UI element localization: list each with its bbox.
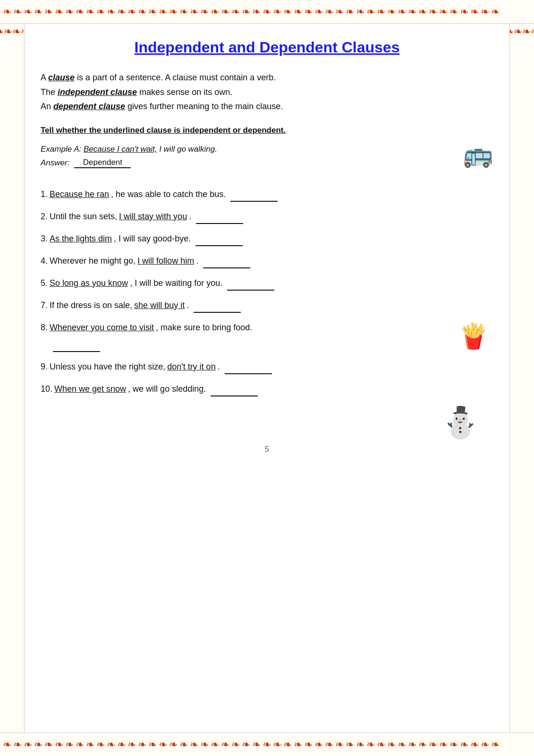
instruction-text: Tell whether the underlined clause is in… (41, 126, 493, 135)
q5-number: 5. (41, 277, 48, 290)
q5-rest: , I will be waiting for you. (130, 277, 222, 290)
q9-pre: Unless you have the right size, (50, 361, 165, 373)
q2-pre: Until the sun sets, (50, 210, 117, 223)
questions-section: 1. Because he ran, he was able to catch … (41, 188, 493, 440)
question-4: 4. Wherever he might go, I will follow h… (41, 255, 493, 268)
q7-underlined: she will buy it (134, 299, 185, 312)
q8-rest: , make sure to bring food. (156, 321, 252, 334)
left-border: ❧❧❧❧❧❧❧❧❧❧❧❧❧❧❧❧❧❧❧❧❧❧❧❧❧❧❧❧❧❧❧❧❧❧❧❧❧❧❧❧… (0, 24, 25, 732)
example-answer-value: Dependent (74, 158, 131, 168)
page-title: Independent and Dependent Clauses (41, 39, 493, 56)
q7-rest: . (186, 299, 189, 312)
left-border-decoration: ❧❧❧❧❧❧❧❧❧❧❧❧❧❧❧❧❧❧❧❧❧❧❧❧❧❧❧❧❧❧❧❧❧❧❧❧❧❧❧❧… (0, 26, 25, 38)
q3-blank[interactable] (195, 232, 243, 246)
q5-blank[interactable] (227, 277, 274, 291)
question-8-container: 8. Whenever you come to visit, make sure… (41, 321, 493, 352)
question-3: 3. As the lights dim, I will say good-by… (41, 232, 493, 246)
q4-rest: . (196, 255, 198, 267)
q10-number: 10. (41, 383, 52, 395)
dependent-clause-word: dependent clause (53, 102, 125, 111)
q8-number: 8. (41, 321, 48, 334)
q1-blank[interactable] (230, 188, 278, 202)
right-border-decoration: ❧❧❧❧❧❧❧❧❧❧❧❧❧❧❧❧❧❧❧❧❧❧❧❧❧❧❧❧❧❧❧❧❧❧❧❧❧❧❧❧… (509, 26, 534, 38)
q9-underlined: don't try it on (167, 361, 216, 373)
example-answer-label: Answer: (41, 158, 69, 168)
clause-word: clause (48, 73, 75, 82)
example-label: Example A: (41, 145, 84, 154)
page-number: 5 (41, 445, 493, 454)
bus-icon: 🚌 (463, 140, 493, 169)
intro-line2-post: makes sense on its own. (137, 87, 232, 97)
q10-rest: , we will go sledding. (128, 383, 206, 395)
q4-pre: Wherever he might go, (50, 255, 136, 267)
q2-underlined: I will stay with you (119, 210, 187, 223)
question-7: 7. If the dress is on sale, she will buy… (41, 299, 493, 313)
q4-blank[interactable] (203, 255, 250, 268)
q7-blank[interactable] (194, 299, 241, 313)
q3-number: 3. (41, 232, 48, 245)
intro-line2-pre: The (41, 87, 58, 97)
page: ❧❧❧❧❧❧❧❧❧❧❧❧❧❧❧❧❧❧❧❧❧❧❧❧❧❧❧❧❧❧❧❧❧❧❧❧❧❧❧❧… (0, 0, 534, 756)
bottom-border: ❧❧❧❧❧❧❧❧❧❧❧❧❧❧❧❧❧❧❧❧❧❧❧❧❧❧❧❧❧❧❧❧❧❧❧❧❧❧❧❧… (0, 732, 534, 756)
intro-line3-pre: An (41, 102, 53, 111)
q2-rest: . (189, 210, 191, 223)
q9-number: 9. (41, 361, 48, 373)
q7-number: 7. (41, 299, 48, 312)
food-icon: 🍟 (458, 318, 489, 354)
example-section: Example A: Because I can't wait, I will … (41, 145, 493, 178)
q3-underlined: As the lights dim (50, 232, 112, 245)
top-border-decoration: ❧❧❧❧❧❧❧❧❧❧❧❧❧❧❧❧❧❧❧❧❧❧❧❧❧❧❧❧❧❧❧❧❧❧❧❧❧❧❧❧… (2, 6, 500, 18)
question-9: 9. Unless you have the right size, don't… (41, 361, 493, 374)
independent-clause-word: independent clause (58, 87, 137, 97)
q3-rest: , I will say good-bye. (114, 232, 191, 245)
q10-underlined: When we get snow (54, 383, 126, 395)
intro-line1-pre: A (41, 73, 48, 82)
intro-line1-post: is a part of a sentence. A clause must c… (75, 73, 276, 82)
question-8: 8. Whenever you come to visit, make sure… (41, 321, 493, 334)
bottom-border-decoration: ❧❧❧❧❧❧❧❧❧❧❧❧❧❧❧❧❧❧❧❧❧❧❧❧❧❧❧❧❧❧❧❧❧❧❧❧❧❧❧❧… (2, 739, 500, 751)
q2-blank[interactable] (196, 210, 243, 224)
q1-number: 1. (41, 188, 48, 201)
snowman-icon: ⛄ (441, 405, 479, 439)
q1-underlined: Because he ran (50, 188, 109, 201)
q5-underlined: So long as you know (50, 277, 128, 290)
question-5: 5. So long as you know, I will be waitin… (41, 277, 493, 291)
intro-paragraph: A clause is a part of a sentence. A clau… (41, 70, 493, 114)
question-1: 1. Because he ran, he was able to catch … (41, 188, 493, 202)
main-content: Independent and Dependent Clauses A clau… (26, 25, 508, 731)
q4-underlined: I will follow him (137, 255, 194, 267)
top-border: ❧❧❧❧❧❧❧❧❧❧❧❧❧❧❧❧❧❧❧❧❧❧❧❧❧❧❧❧❧❧❧❧❧❧❧❧❧❧❧❧… (0, 0, 534, 24)
q1-rest: , he was able to catch the bus. (111, 188, 226, 201)
q9-rest: . (218, 361, 220, 373)
example-underlined: Because I can't wait, (84, 145, 157, 154)
example-sentence: Example A: Because I can't wait, I will … (41, 145, 217, 154)
snowman-container: ⛄ (41, 405, 479, 440)
question-10: 10. When we get snow, we will go sleddin… (41, 383, 493, 396)
q2-number: 2. (41, 210, 48, 223)
example-answer: Answer: Dependent (41, 158, 217, 168)
q7-pre: If the dress is on sale, (50, 299, 132, 312)
q8-underlined: Whenever you come to visit (50, 321, 154, 334)
q9-blank[interactable] (225, 361, 272, 374)
question-2: 2. Until the sun sets, I will stay with … (41, 210, 493, 224)
q4-number: 4. (41, 255, 48, 267)
example-rest: I will go walking. (157, 145, 217, 154)
q8-blank[interactable] (53, 343, 100, 352)
intro-line3-post: gives further meaning to the main clause… (125, 102, 283, 111)
q10-blank[interactable] (211, 383, 258, 396)
right-border: ❧❧❧❧❧❧❧❧❧❧❧❧❧❧❧❧❧❧❧❧❧❧❧❧❧❧❧❧❧❧❧❧❧❧❧❧❧❧❧❧… (509, 24, 534, 732)
